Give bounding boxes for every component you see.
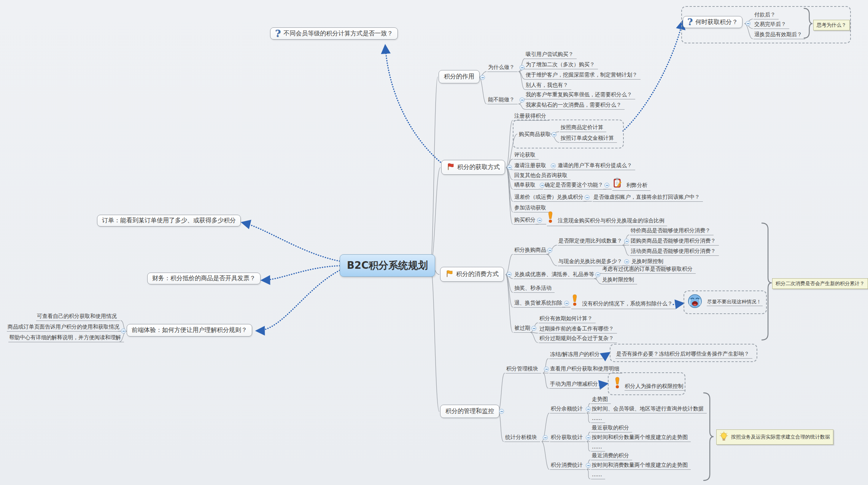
mindmap-canvas[interactable]: B2C积分系统规划 ? 不同会员等级的积分计算方式是否一致？ 订单：能看到某订单… — [0, 0, 868, 485]
topic-buy-points-warning[interactable]: 注意现金购买积分与积分兑换现金的综合比例 — [547, 217, 667, 226]
topic-manual-warning[interactable]: 积分人为操作的权限控制 — [614, 382, 688, 390]
collapse-toggle[interactable] — [604, 183, 609, 188]
topic-frontend-child[interactable]: 可查看自己的积分获取和使用情况 — [36, 313, 120, 321]
collapse-toggle[interactable] — [585, 195, 590, 200]
topic-mgmt-module[interactable]: 积分管理模块 — [506, 365, 541, 373]
topic-exchange-goods[interactable]: 积分换购商品 — [513, 247, 549, 255]
second-consume-note[interactable]: 积分二次消费是否会产生新的积分累计？ — [772, 278, 868, 289]
topic-stats-module[interactable]: 统计分析模块 — [504, 434, 540, 442]
topic-order[interactable]: 订单：能看到某订单使用了多少、或获得多少积分 — [97, 215, 241, 227]
collapse-toggle[interactable] — [537, 218, 542, 223]
collapse-toggle[interactable] — [564, 301, 569, 306]
topic-gain-stats-child[interactable]: 按时间和积分数量两个维度建立的走势图 — [591, 434, 691, 442]
collapse-toggle[interactable] — [543, 435, 548, 440]
topic-reply[interactable]: 回复其他会员咨询获取 — [513, 172, 571, 180]
topic-gain-stats[interactable]: 积分获取统计 — [550, 434, 586, 442]
collapse-toggle[interactable] — [499, 409, 504, 414]
collapse-toggle[interactable] — [480, 75, 485, 80]
topic-gain-stats-child[interactable]: 最近获取的积分 — [591, 424, 632, 432]
topic-gain-stats-child[interactable]: ...... — [591, 444, 605, 451]
topic-show-order-child[interactable]: 确定是否需要这个功能？ — [544, 182, 606, 190]
topic-frontend[interactable]: 前端体验：如何方便让用户理解积分规则？ — [127, 324, 252, 337]
collapse-toggle[interactable] — [531, 326, 536, 331]
topic-comment[interactable]: 评论获取 — [513, 152, 539, 160]
topic-limit-child[interactable]: 团购类商品是否能够使用积分消费？ — [630, 238, 719, 246]
topic-limit-child[interactable]: 活动类商品是否能够使用积分消费？ — [630, 248, 719, 256]
topic-buy-goods[interactable]: 购买商品获取 — [518, 131, 554, 137]
topic-spend-stats-child[interactable]: 最近消费的积分 — [591, 452, 632, 460]
topic-frontend-child[interactable]: 商品或订单页面告诉用户积分的使用和获取情况 — [7, 324, 122, 332]
branch-acquire[interactable]: 积分的获取方式 — [441, 160, 505, 175]
topic-return-deduct-warning[interactable]: 没有积分的情况下，系统将扣除什么？ — [571, 300, 676, 309]
collapse-toggle[interactable] — [624, 239, 629, 244]
topic-spend-stats-child[interactable]: ...... — [591, 471, 605, 479]
branch-manage[interactable]: 积分的管理和监控 — [440, 405, 499, 418]
collapse-toggle[interactable] — [586, 407, 591, 412]
topic-role-can[interactable]: 能不能做？ — [487, 96, 518, 104]
collapse-toggle[interactable] — [746, 21, 750, 26]
topic-return-deduct[interactable]: 退、换货被系统扣除 — [513, 300, 565, 308]
topic-when-get[interactable]: ? 何时获取积分？ — [683, 16, 742, 28]
topic-pros-cons[interactable]: 利弊分析 — [612, 182, 650, 191]
collapse-toggle[interactable] — [121, 329, 126, 333]
topic-when-get-child[interactable]: 退换货品有效期后？ — [754, 31, 805, 39]
topic-buy-points[interactable]: 购买积分 — [513, 217, 539, 225]
collapse-toggle[interactable] — [547, 248, 552, 253]
topic-balance-stats[interactable]: 积分余额统计 — [550, 405, 586, 413]
collapse-toggle[interactable] — [551, 163, 556, 168]
topic-expire-child[interactable]: 积分过期规则会不会过于复杂？ — [539, 335, 617, 343]
think-why-note[interactable]: 思考为什么？ — [813, 20, 850, 30]
collapse-toggle[interactable] — [552, 132, 556, 137]
topic-lottery[interactable]: 抽奖、秒杀活动 — [513, 285, 555, 293]
branch-consume[interactable]: 积分的消费方式 — [440, 267, 504, 282]
topic-freeze[interactable]: 冻结/解冻用户的积分 — [549, 351, 603, 359]
collapse-toggle[interactable] — [520, 65, 525, 70]
topic-buy-goods-child[interactable]: 按照商品定价计算 — [560, 124, 606, 132]
topic-spend-stats-child[interactable]: 按时间和消费数量两个维度建立的走势图 — [591, 462, 691, 470]
stats-note[interactable]: 按照业务及运营实际需求建立合理的统计数据 — [716, 429, 833, 445]
topic-member-level-question[interactable]: ? 不同会员等级的积分计算方式是否一致？ — [270, 27, 398, 40]
topic-balance-stats-child[interactable]: 走势图 — [591, 396, 611, 404]
topic-cash-ratio-child[interactable]: 兑换时限控制 — [631, 258, 666, 266]
topic-finance[interactable]: 财务：积分抵价的商品是否开具发票？ — [147, 273, 261, 284]
topic-balance-stats-child[interactable]: ...... — [591, 415, 605, 423]
topic-when-get-child[interactable]: 交易完毕后？ — [754, 21, 789, 29]
topic-buy-goods-child[interactable]: 按照订单成交金额计算 — [560, 135, 617, 143]
topic-role-why-child[interactable]: 别人有，我也有？ — [525, 82, 571, 90]
central-topic[interactable]: B2C积分系统规划 — [340, 254, 435, 277]
collapse-toggle[interactable] — [595, 272, 600, 277]
topic-limit-child[interactable]: 特价商品是否能够使用积分消费？ — [630, 227, 714, 235]
topic-expire-child[interactable]: 过期操作前的准备工作有哪些？ — [539, 325, 617, 333]
topic-manual-adjust[interactable]: 手动为用户增减积分 — [549, 381, 601, 389]
topic-invite-child[interactable]: 邀请的用户下单有积分提成么？ — [557, 162, 635, 170]
collapse-toggle[interactable] — [540, 183, 545, 188]
topic-coupon[interactable]: 兑换成优惠券、满抵券、礼品券等 — [513, 271, 597, 279]
topic-when-get-child[interactable]: 付款后？ — [754, 11, 779, 19]
topic-expire[interactable]: 被过期 — [513, 325, 533, 333]
collapse-toggle[interactable] — [624, 259, 629, 264]
topic-role-can-child[interactable]: 我家卖钻石的一次消费品，需要积分么？ — [525, 102, 625, 110]
topic-role-can-child[interactable]: 我的客户年重复购买率很低，还需要积分么？ — [525, 91, 635, 99]
topic-cash-ratio[interactable]: 与现金的兑换比例是多少？ — [558, 258, 625, 266]
collapse-toggle[interactable] — [507, 165, 512, 170]
topic-coupon-child[interactable]: 兑换时限控制 — [601, 276, 637, 284]
topic-refund-child[interactable]: 是否做虚拟账户，直接将余款打回该账户中？ — [593, 194, 703, 202]
topic-coupon-child[interactable]: 考虑有过优惠的订单是否能够获取积分 — [601, 266, 696, 274]
topic-balance-stats-child[interactable]: 按时间、会员等级、地区等进行查询并统计数据 — [591, 405, 707, 413]
collapse-toggle[interactable] — [507, 272, 512, 277]
collapse-toggle[interactable] — [586, 435, 591, 440]
topic-freeze-question[interactable]: 是否有操作必要？冻结积分后对哪些业务操作产生影响？ — [615, 351, 752, 359]
topic-role-why[interactable]: 为什么做？ — [487, 64, 518, 72]
branch-role[interactable]: 积分的作用 — [439, 70, 480, 83]
topic-spend-stats[interactable]: 积分消费统计 — [550, 462, 586, 470]
topic-role-why-child[interactable]: 吸引用户尝试购买？ — [525, 51, 577, 59]
collapse-toggle[interactable] — [520, 97, 525, 102]
collapse-toggle[interactable] — [544, 367, 549, 372]
topic-role-why-child[interactable]: 便于维护客户，挖掘深层需求，制定营销计划？ — [525, 72, 641, 80]
topic-limit[interactable]: 是否限定使用比列或数量？ — [558, 238, 625, 246]
topic-expire-child[interactable]: 积分有效期如何计算？ — [539, 315, 596, 323]
topic-activity[interactable]: 参加活动获取 — [513, 204, 549, 212]
topic-refund[interactable]: 退差价（或运费）兑换成积分 — [513, 194, 587, 202]
topic-avoid-situation[interactable]: 尽量不要出现这种情况！ — [687, 294, 766, 310]
topic-frontend-child[interactable]: 帮助中心有详细的解释说明，并方便阅读和理解 — [8, 334, 124, 342]
